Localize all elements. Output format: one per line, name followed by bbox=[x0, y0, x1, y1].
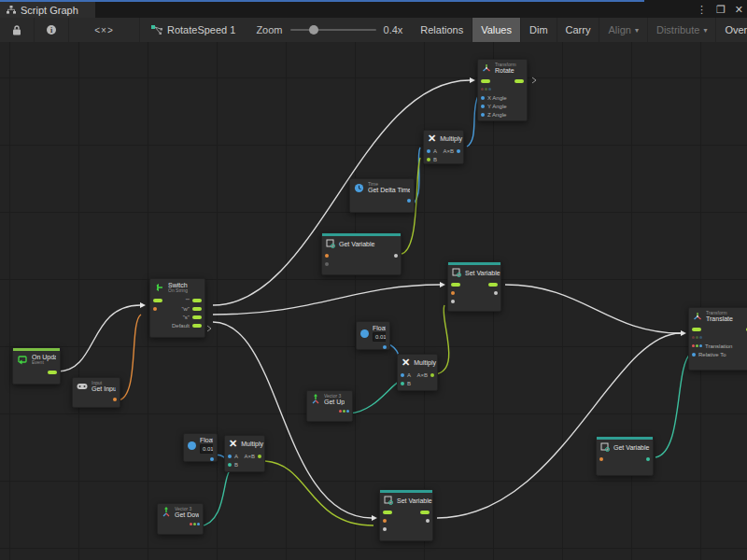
values-button[interactable]: Values bbox=[472, 18, 521, 42]
distribute-button[interactable]: Distribute▾ bbox=[648, 18, 716, 42]
control-output-port[interactable] bbox=[488, 283, 498, 287]
node-multiply-mid[interactable]: ✕Multiply AA×B B bbox=[397, 354, 438, 391]
node-set-variable-bottom[interactable]: Set Variable bbox=[379, 489, 433, 541]
node-float-mid[interactable]: Float0.01 bbox=[356, 321, 390, 350]
control-output-port[interactable] bbox=[48, 371, 57, 374]
node-multiply-bottom[interactable]: ✕Multiply AA×B B bbox=[224, 435, 265, 472]
graph-canvas[interactable]: TransformRotate X Angle Y Angle Z Angle … bbox=[0, 42, 747, 560]
tab-script-graph[interactable]: Script Graph bbox=[0, 2, 95, 18]
control-input-port[interactable] bbox=[383, 511, 392, 514]
script-graph-window: Script Graph ⋮ ❐ ✕ i <×> RotateSpeed 1 bbox=[0, 0, 747, 560]
variable-name-port[interactable] bbox=[599, 457, 603, 461]
dim-button[interactable]: Dim bbox=[521, 18, 557, 42]
value-output-port[interactable] bbox=[494, 291, 498, 295]
b-port[interactable] bbox=[427, 158, 430, 161]
wire-arrow bbox=[140, 302, 146, 308]
y-angle-port[interactable] bbox=[481, 105, 485, 108]
node-get-input-string[interactable]: InputGet Input String bbox=[72, 377, 120, 408]
wire-control-setvarbottom-translate bbox=[437, 333, 681, 518]
value-output-port[interactable] bbox=[394, 254, 398, 258]
transform-self-port[interactable] bbox=[481, 88, 491, 91]
graph-icon bbox=[151, 25, 162, 35]
float-output-port[interactable] bbox=[383, 345, 387, 349]
hierarchy-icon bbox=[7, 6, 16, 14]
transform-icon bbox=[482, 63, 491, 74]
align-button[interactable]: Align▾ bbox=[599, 18, 647, 42]
relations-button[interactable]: Relations bbox=[412, 18, 472, 42]
control-output-port[interactable] bbox=[420, 511, 430, 514]
a-port[interactable] bbox=[228, 455, 232, 458]
overview-button[interactable]: Overview bbox=[716, 18, 747, 42]
node-transform-rotate[interactable]: TransformRotate X Angle Y Angle Z Angle bbox=[477, 59, 528, 121]
value-output-port[interactable] bbox=[646, 457, 650, 461]
chevron-down-icon: ▾ bbox=[635, 26, 639, 35]
graph-breadcrumb[interactable]: RotateSpeed 1 bbox=[140, 24, 247, 35]
zoom-slider[interactable] bbox=[290, 29, 376, 31]
node-multiply-top[interactable]: ✕Multiply AA×B B bbox=[423, 130, 464, 164]
variable-icon bbox=[600, 442, 610, 452]
info-icon: i bbox=[46, 24, 57, 35]
node-switch-on-string[interactable]: SwitchOn String "" "w" "s" Default bbox=[149, 278, 205, 338]
node-float-bottom[interactable]: Float0.01 bbox=[183, 433, 218, 462]
tab-title: Script Graph bbox=[21, 5, 78, 16]
lock-button[interactable] bbox=[0, 18, 35, 42]
a-port[interactable] bbox=[427, 149, 430, 153]
translation-port[interactable] bbox=[692, 344, 702, 347]
vector3-output-port[interactable] bbox=[190, 523, 200, 525]
case-3-output-port[interactable] bbox=[192, 315, 202, 319]
node-get-variable-right[interactable]: Get Variable bbox=[596, 436, 654, 476]
float-icon bbox=[360, 329, 369, 338]
vector3-output-port[interactable] bbox=[339, 410, 349, 413]
result-port[interactable] bbox=[457, 149, 460, 153]
code-preview-button[interactable]: <×> bbox=[69, 18, 140, 42]
control-input-port[interactable] bbox=[153, 299, 162, 302]
maximize-icon[interactable]: ❐ bbox=[716, 4, 726, 16]
window-menu-icon[interactable]: ⋮ bbox=[697, 4, 707, 16]
control-input-port[interactable] bbox=[451, 283, 460, 287]
control-output-port[interactable] bbox=[514, 79, 524, 83]
delta-time-output-port[interactable] bbox=[407, 199, 411, 203]
value-input-port[interactable] bbox=[451, 300, 455, 303]
x-angle-port[interactable] bbox=[481, 96, 485, 100]
selector-port[interactable] bbox=[153, 307, 157, 311]
float-value-field[interactable]: 0.01 bbox=[373, 332, 386, 342]
carry-button[interactable]: Carry bbox=[557, 18, 600, 42]
wire-arrow bbox=[470, 77, 475, 83]
variable-icon bbox=[452, 268, 461, 277]
close-icon[interactable]: ✕ bbox=[735, 4, 743, 16]
node-get-delta-time[interactable]: TimeGet Delta Time bbox=[349, 178, 415, 213]
default-output-port[interactable] bbox=[192, 324, 202, 328]
float-output-port[interactable] bbox=[210, 457, 214, 461]
gamepad-icon bbox=[77, 383, 88, 390]
vector3-down-icon bbox=[162, 507, 171, 518]
b-port[interactable] bbox=[228, 463, 232, 467]
result-port[interactable] bbox=[430, 373, 434, 377]
node-transform-translate[interactable]: TransformTranslate Translation Relative … bbox=[688, 307, 747, 371]
b-port[interactable] bbox=[401, 382, 404, 385]
value-output-port[interactable] bbox=[426, 519, 430, 523]
variable-name-port[interactable] bbox=[451, 291, 455, 295]
zoom-slider-handle[interactable] bbox=[309, 25, 318, 35]
string-output-port[interactable] bbox=[113, 398, 117, 401]
node-vector3-get-down[interactable]: Vector 3Get Down bbox=[157, 503, 204, 535]
a-port[interactable] bbox=[401, 373, 404, 377]
variable-name-port[interactable] bbox=[325, 254, 329, 258]
z-angle-port[interactable] bbox=[481, 113, 485, 117]
info-button[interactable]: i bbox=[35, 18, 69, 42]
relative-to-port[interactable] bbox=[692, 353, 696, 357]
control-input-port[interactable] bbox=[692, 328, 701, 331]
chevron-down-icon: ▾ bbox=[703, 26, 707, 35]
control-input-port[interactable] bbox=[481, 79, 490, 83]
node-set-variable-top[interactable]: Set Variable bbox=[447, 261, 501, 312]
value-input-port[interactable] bbox=[383, 527, 387, 531]
transform-self-port[interactable] bbox=[692, 336, 702, 339]
case-2-output-port[interactable] bbox=[192, 307, 202, 311]
node-get-variable-mid[interactable]: Get Variable bbox=[321, 232, 402, 275]
case-1-output-port[interactable] bbox=[192, 299, 202, 302]
node-vector3-get-up[interactable]: Vector 3Get Up bbox=[306, 390, 353, 422]
fallback-port[interactable] bbox=[325, 262, 329, 266]
float-value-field[interactable]: 0.01 bbox=[200, 444, 213, 454]
variable-name-port[interactable] bbox=[383, 519, 387, 523]
result-port[interactable] bbox=[258, 455, 261, 458]
node-on-update[interactable]: On UpdateEvent bbox=[12, 347, 61, 385]
